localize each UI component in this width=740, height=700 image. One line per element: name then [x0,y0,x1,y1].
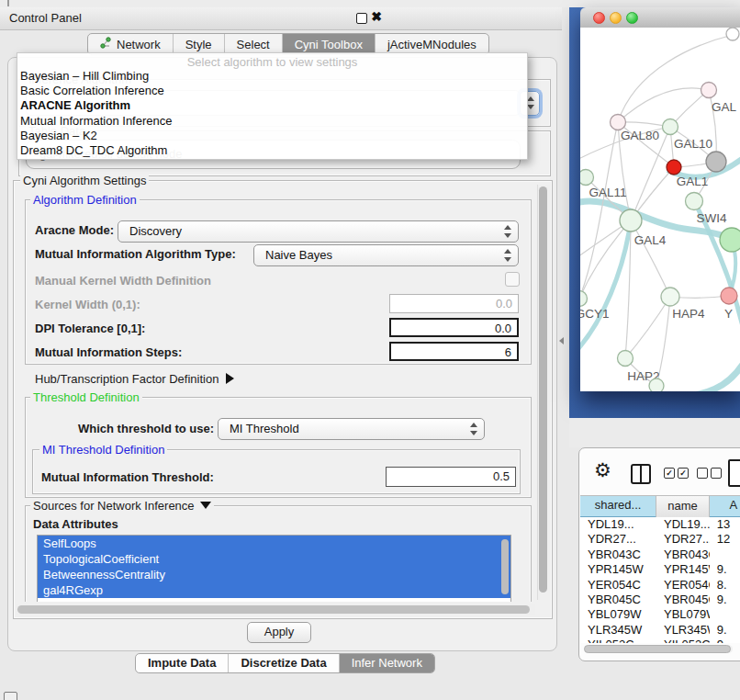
apply-button[interactable]: Apply [247,622,311,643]
list-scrollbar[interactable] [501,539,509,594]
network-node-y[interactable] [721,288,737,304]
table-cell: YDL19... [580,517,656,532]
network-edge[interactable] [618,88,709,122]
horizontal-scrollbar-thumb[interactable] [17,605,530,614]
table-cell: 8. [710,578,740,593]
columns-icon[interactable] [631,464,651,484]
gear-icon[interactable]: ⚙ [594,460,611,480]
unchecked-checkbox-icon[interactable] [697,468,708,479]
dpi-tolerance-input[interactable]: 0.0 [389,318,519,337]
which-threshold-combo[interactable]: MI Threshold [218,418,485,440]
table-header-row: shared...nameA [580,495,740,519]
algorithm-option[interactable]: Bayesian – K2 [17,129,527,143]
network-node[interactable] [720,228,740,252]
table-scrollbar-thumb[interactable] [584,645,731,653]
manual-kernel-checkbox[interactable] [505,272,520,287]
data-attributes-list[interactable]: SelfLoopsTopologicalCoefficientBetweenne… [37,535,511,602]
network-icon [100,37,112,51]
network-edge-thick[interactable] [580,220,631,355]
checked-checkbox-icon[interactable]: ✓ [664,468,675,479]
network-edge[interactable] [631,220,670,297]
network-node-hap4[interactable] [661,288,679,306]
tab-label: Style [185,38,212,51]
attribute-item[interactable]: BetweennessCentrality [38,567,510,582]
network-node-gal4[interactable] [620,209,642,231]
tab-label: Select [237,38,270,51]
tab-label: Network [117,38,161,51]
vertical-scrollbar[interactable] [537,185,550,600]
column-header-3[interactable]: A [710,496,740,518]
table-row[interactable]: YIL052CYIL052C9 [580,638,740,643]
table-cell: YBL079W [580,607,656,622]
mi-type-combo[interactable]: Naive Bayes [253,244,519,266]
table-horizontal-scrollbar[interactable] [584,645,733,653]
table-row[interactable]: YDR27...YDR27...12 [580,532,740,547]
mi-steps-input[interactable]: 6 [389,342,519,361]
tab-label: Cyni Toolbox [295,38,363,51]
splitter-collapse-icon[interactable] [559,337,564,344]
network-window-titlebar[interactable] [580,7,740,28]
algorithm-option[interactable]: Mutual Information Inference [17,114,527,129]
minimize-window-icon[interactable] [610,12,622,24]
algorithm-option[interactable]: Dream8 DC_TDC Algorithm [17,143,527,158]
algorithm-option[interactable]: Basic Correlation Inference [17,84,527,98]
sources-toggle[interactable]: Sources for Network Inference [30,499,214,513]
mi-threshold-input[interactable]: 0.5 [386,467,516,487]
network-canvas[interactable]: GALGAL80GAL10GAL1GAL11SWI4GAL4GCY1HAP4YH… [580,28,740,391]
float-panel-icon[interactable] [356,13,367,24]
checked-checkbox-icon[interactable]: ✓ [678,468,689,479]
unchecked-checkbox-icon[interactable] [711,468,722,479]
algorithm-option[interactable]: Bayesian – Hill Climbing [17,69,527,84]
table-row[interactable]: YBL079WYBL079W [580,607,740,622]
network-node-gal10[interactable] [663,119,678,135]
tab-select[interactable]: Select [224,34,282,54]
combo-stepper-icon [503,248,511,263]
tab-network[interactable]: Network [88,34,173,54]
vertical-scrollbar-thumb[interactable] [539,186,547,593]
network-node-gal[interactable] [701,83,717,98]
minimized-panel-icon[interactable] [4,692,17,700]
table-row[interactable]: YBR043CYBR043C [580,548,740,562]
table-row[interactable]: YBR045CYBR045C9. [580,593,740,607]
zoom-window-icon[interactable] [626,12,638,24]
network-node-swi4[interactable] [686,193,703,210]
horizontal-scrollbar[interactable] [16,604,535,615]
network-node[interactable] [649,378,664,391]
close-window-icon[interactable] [593,12,605,24]
network-node-gal11[interactable] [580,170,594,186]
close-icon[interactable]: ✖ [371,9,382,24]
column-header-2[interactable]: name [656,496,710,518]
network-node[interactable] [726,28,739,40]
attribute-item[interactable]: TopologicalCoefficient [38,551,510,567]
document-icon[interactable] [728,459,740,487]
attribute-item[interactable]: gal4RGexp [38,582,510,598]
tab-cyni-toolbox[interactable]: Cyni Toolbox [282,34,375,54]
network-node-hap2[interactable] [618,351,633,367]
network-edge[interactable] [580,122,618,299]
tab-jactivemnodules[interactable]: jActiveMNodules [375,34,488,54]
mi-threshold-group-title: MI Threshold Definition [39,443,167,457]
table-row[interactable]: YDL19...YDL19...13 [580,517,740,532]
network-node-gal80[interactable] [611,115,626,130]
tab-style[interactable]: Style [173,34,224,54]
attribute-item[interactable]: SelfLoops [38,536,510,551]
network-node[interactable] [706,152,726,172]
bottom-tab-impute-data[interactable]: Impute Data [136,654,228,672]
bottom-tab-discretize-data[interactable]: Discretize Data [228,654,338,672]
table-row[interactable]: YLR345WYLR345W9. [580,623,740,638]
algorithm-option[interactable]: ARACNE Algorithm [17,98,527,113]
table-row[interactable]: YPR145WYPR145W9. [580,562,740,577]
aracne-mode-combo[interactable]: Discovery [118,220,519,243]
network-node-gal1[interactable] [667,160,681,175]
hub-section-toggle[interactable]: Hub/Transcription Factor Definition [35,372,234,386]
table-cell: 9 [710,638,740,643]
network-node-gcy1[interactable] [580,291,588,307]
toolbar-fragment [7,0,9,6]
combo-stepper-icon [469,422,477,436]
column-header-1[interactable]: shared... [580,496,656,518]
network-edge-thick[interactable] [667,358,740,391]
bottom-tab-infer-network[interactable]: Infer Network [339,654,434,672]
aracne-mode-value: Discovery [129,224,182,238]
kernel-width-input[interactable]: 0.0 [389,294,519,313]
table-row[interactable]: YER054CYER054C8. [580,578,740,593]
